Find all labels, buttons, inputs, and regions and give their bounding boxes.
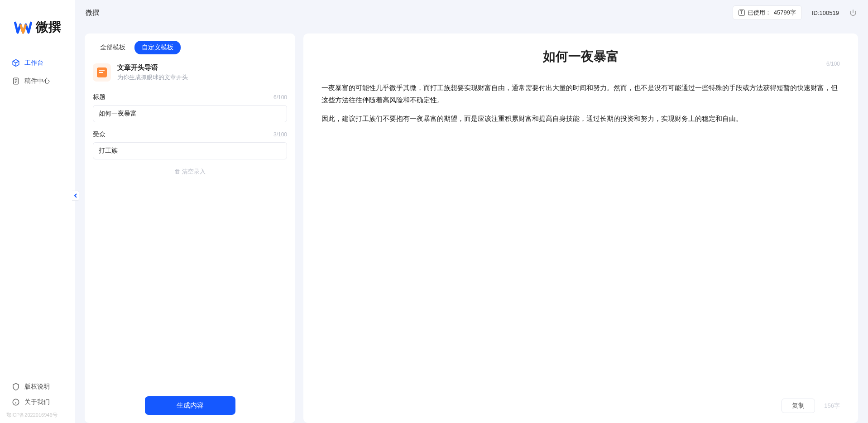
usage-chip[interactable]: T 已使用： 45799字 xyxy=(733,5,802,20)
nav-item-label: 工作台 xyxy=(24,59,43,67)
user-id: ID:100519 xyxy=(812,10,839,16)
sidebar: 微撰 工作台 稿件中心 xyxy=(0,0,75,423)
audience-field: 受众 3/100 xyxy=(93,130,287,159)
sidebar-copyright-label: 版权说明 xyxy=(24,383,50,391)
right-panel: 如何一夜暴富 6/100 一夜暴富的可能性几乎微乎其微，而打工族想要实现财富自由… xyxy=(303,34,858,423)
power-icon[interactable] xyxy=(849,9,857,17)
main: 微撰 T 已使用： 45799字 ID:100519 全部模板 xyxy=(75,0,868,423)
output-paragraph: 一夜暴富的可能性几乎微乎其微，而打工族想要实现财富自由，通常需要付出大量的时间和… xyxy=(321,82,840,106)
logo: 微撰 xyxy=(0,9,75,50)
title-field: 标题 6/100 xyxy=(93,93,287,122)
template-tabs: 全部模板 自定义模板 xyxy=(85,34,295,57)
title-input[interactable] xyxy=(93,105,287,122)
logo-text: 微撰 xyxy=(36,19,61,36)
audience-input[interactable] xyxy=(93,142,287,159)
topbar-right: T 已使用： 45799字 ID:100519 xyxy=(733,5,857,20)
collapse-sidebar-handle[interactable] xyxy=(72,191,79,201)
article-intro-icon xyxy=(97,67,107,77)
title-count: 6/100 xyxy=(273,94,287,101)
audience-count: 3/100 xyxy=(273,131,287,138)
text-icon: T xyxy=(739,10,745,16)
page-title: 微撰 xyxy=(86,9,99,17)
content: 全部模板 自定义模板 文章开头导语 为你生成抓眼球的文章开头 标题 xyxy=(75,25,868,423)
cube-icon xyxy=(12,59,20,67)
trash-icon: 🗑 xyxy=(174,168,180,175)
sidebar-about-label: 关于我们 xyxy=(24,398,50,406)
template-header: 文章开头导语 为你生成抓眼球的文章开头 xyxy=(85,57,295,90)
icp-text: 鄂ICP备2022016946号 xyxy=(0,410,75,418)
output-header: 如何一夜暴富 6/100 xyxy=(303,34,858,74)
output-title-count: 6/100 xyxy=(826,61,840,67)
sidebar-copyright[interactable]: 版权说明 xyxy=(6,379,68,394)
clear-input-button[interactable]: 🗑清空录入 xyxy=(93,168,287,176)
generate-button[interactable]: 生成内容 xyxy=(145,396,235,415)
generate-row: 生成内容 xyxy=(85,388,295,423)
output-title: 如何一夜暴富 xyxy=(321,48,840,65)
title-label: 标题 xyxy=(93,93,106,101)
output-char-count: 156字 xyxy=(824,402,840,410)
tab-custom-template[interactable]: 自定义模板 xyxy=(134,41,181,54)
logo-mark-icon xyxy=(14,18,32,36)
output-paragraph: 因此，建议打工族们不要抱有一夜暴富的期望，而是应该注重积累财富和提高自身技能，通… xyxy=(321,113,840,125)
template-icon xyxy=(93,63,111,82)
nav-item-workspace[interactable]: 工作台 xyxy=(6,54,68,72)
nav-item-drafts[interactable]: 稿件中心 xyxy=(6,72,68,90)
nav: 工作台 稿件中心 xyxy=(0,50,75,376)
tab-all-templates[interactable]: 全部模板 xyxy=(93,41,133,54)
output-body: 一夜暴富的可能性几乎微乎其微，而打工族想要实现财富自由，通常需要付出大量的时间和… xyxy=(303,74,858,391)
copy-button[interactable]: 复制 xyxy=(782,399,815,413)
template-meta: 文章开头导语 为你生成抓眼球的文章开头 xyxy=(117,63,188,82)
template-title: 文章开头导语 xyxy=(117,63,188,72)
left-panel: 全部模板 自定义模板 文章开头导语 为你生成抓眼球的文章开头 标题 xyxy=(85,34,295,423)
topbar: 微撰 T 已使用： 45799字 ID:100519 xyxy=(75,0,868,25)
usage-value: 45799字 xyxy=(774,9,796,17)
form: 标题 6/100 受众 3/100 🗑清空录入 xyxy=(85,90,295,388)
usage-prefix: 已使用： xyxy=(748,9,771,17)
template-desc: 为你生成抓眼球的文章开头 xyxy=(117,74,188,82)
output-footer: 复制 156字 xyxy=(303,391,858,423)
audience-label: 受众 xyxy=(93,130,106,139)
sidebar-bottom: 版权说明 关于我们 xyxy=(0,376,75,410)
sidebar-about[interactable]: 关于我们 xyxy=(6,394,68,410)
document-icon xyxy=(12,77,20,85)
shield-icon xyxy=(12,383,20,391)
nav-item-label: 稿件中心 xyxy=(24,77,50,85)
info-icon xyxy=(12,398,20,406)
